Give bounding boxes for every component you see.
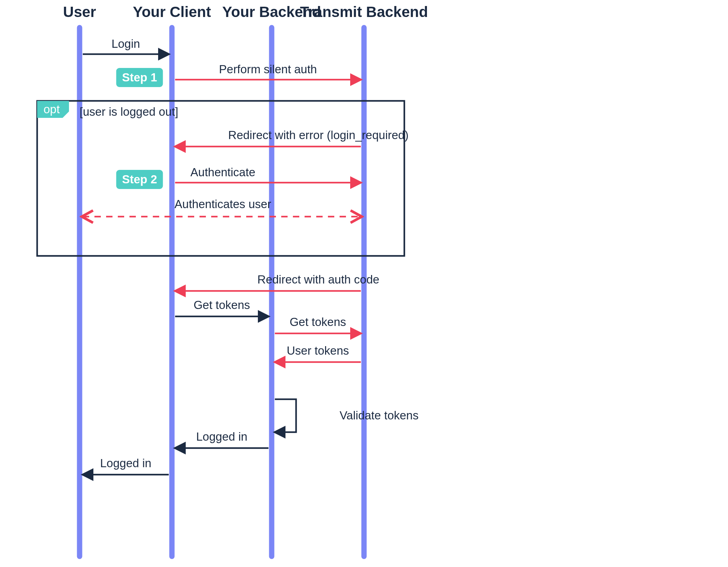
opt-tab-label: opt — [44, 103, 60, 116]
step2-label: Step 2 — [122, 173, 157, 186]
msg-silent-auth-label: Perform silent auth — [219, 63, 317, 76]
participant-transmit: Transmit Backend — [300, 4, 428, 20]
msg-validate-tokens-arrow — [275, 399, 296, 432]
msg-get-tokens-2-label: Get tokens — [290, 315, 346, 328]
msg-redirect-error-label: Redirect with error (login_required) — [228, 128, 409, 142]
msg-validate-tokens-label: Validate tokens — [340, 409, 418, 422]
msg-user-tokens-label: User tokens — [287, 344, 349, 357]
opt-guard: [user is logged out] — [80, 105, 178, 118]
participant-user: User — [63, 4, 96, 20]
sequence-diagram: User Your Client Your Backend Transmit B… — [0, 0, 728, 567]
msg-redirect-authcode-label: Redirect with auth code — [258, 273, 380, 286]
msg-get-tokens-1-label: Get tokens — [193, 298, 250, 311]
participant-client: Your Client — [133, 4, 211, 20]
step1-label: Step 1 — [122, 71, 157, 84]
msg-authenticate-label: Authenticate — [190, 166, 255, 179]
msg-logged-in-2-label: Logged in — [100, 457, 151, 470]
msg-authenticates-user-label: Authenticates user — [174, 197, 271, 211]
msg-login-label: Login — [111, 37, 140, 50]
msg-logged-in-1-label: Logged in — [196, 430, 248, 443]
